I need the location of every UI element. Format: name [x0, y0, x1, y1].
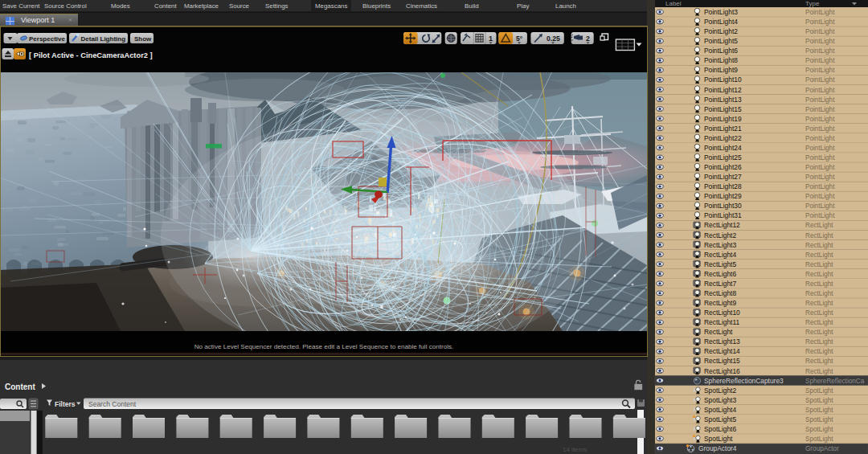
svg-text:SpotLight: SpotLight: [805, 397, 833, 404]
svg-text:GroupActor4: GroupActor4: [698, 444, 737, 452]
svg-text:PointLight6: PointLight6: [704, 47, 738, 55]
svg-text:PointLight31: PointLight31: [704, 211, 742, 219]
svg-text:PointLight: PointLight: [805, 116, 835, 123]
svg-text:Show: Show: [134, 35, 152, 43]
svg-text:PointLight: PointLight: [805, 57, 835, 64]
svg-text:RectLight10: RectLight10: [704, 309, 740, 317]
svg-text:5°: 5°: [516, 35, 523, 43]
svg-text:2: 2: [586, 35, 590, 43]
svg-text:RectLight: RectLight: [805, 271, 833, 278]
svg-text:PointLight8: PointLight8: [704, 56, 738, 64]
svg-text:PointLight: PointLight: [805, 212, 835, 219]
svg-text:PointLight: PointLight: [805, 106, 835, 113]
svg-text:PointLight: PointLight: [805, 87, 835, 94]
svg-text:RectLight16: RectLight16: [704, 367, 740, 375]
svg-text:PointLight22: PointLight22: [704, 134, 742, 142]
svg-text:PointLight24: PointLight24: [704, 144, 742, 152]
svg-text:RectLight: RectLight: [805, 348, 833, 355]
svg-text:PointLight: PointLight: [805, 202, 835, 210]
svg-text:RectLight: RectLight: [805, 252, 833, 259]
svg-text:RectLight: RectLight: [805, 232, 833, 239]
svg-text:PointLight: PointLight: [805, 67, 835, 74]
svg-text:RectLight14: RectLight14: [704, 347, 740, 355]
svg-text:RectLight3: RectLight3: [704, 241, 736, 249]
svg-text:SpotLight4: SpotLight4: [704, 406, 736, 414]
svg-text:PointLight: PointLight: [805, 193, 835, 200]
svg-text:PointLight4: PointLight4: [704, 18, 738, 26]
svg-text:RectLight: RectLight: [805, 329, 833, 336]
svg-text:PointLight: PointLight: [805, 154, 835, 162]
svg-text:[ Pilot Active - CineCameraAct: [ Pilot Active - CineCameraActor2 ]: [29, 51, 153, 59]
svg-text:RectLight12: RectLight12: [704, 221, 740, 229]
svg-text:PointLight: PointLight: [805, 28, 835, 35]
svg-text:RectLight: RectLight: [805, 222, 833, 229]
svg-text:RectLight: RectLight: [805, 338, 833, 346]
svg-text:SphereReflectionCapture3: SphereReflectionCapture3: [704, 377, 784, 385]
svg-text:RectLight: RectLight: [805, 358, 833, 365]
svg-text:RectLight: RectLight: [805, 300, 833, 307]
svg-text:RectLight: RectLight: [805, 280, 833, 288]
svg-text:RectLight7: RectLight7: [704, 280, 736, 288]
svg-text:PointLight26: PointLight26: [704, 163, 742, 171]
svg-text:RectLight11: RectLight11: [704, 318, 739, 326]
svg-text:Filters: Filters: [55, 400, 76, 408]
svg-text:0.25: 0.25: [547, 35, 560, 43]
svg-text:RectLight5: RectLight5: [704, 260, 736, 268]
svg-text:Search Content: Search Content: [88, 400, 137, 408]
svg-text:PointLight15: PointLight15: [704, 105, 742, 113]
svg-text:RectLight: RectLight: [805, 261, 833, 268]
svg-text:RectLight: RectLight: [805, 319, 833, 326]
svg-text:RectLight: RectLight: [805, 290, 833, 297]
svg-text:RectLight4: RectLight4: [704, 251, 736, 259]
svg-text:RectLight6: RectLight6: [704, 270, 736, 278]
svg-text:PointLight13: PointLight13: [704, 96, 742, 104]
svg-text:RectLight8: RectLight8: [704, 289, 736, 297]
svg-text:1: 1: [489, 35, 493, 43]
svg-text:SpotLight3: SpotLight3: [704, 396, 736, 404]
svg-text:SpotLight: SpotLight: [805, 407, 833, 414]
svg-text:SpotLight6: SpotLight6: [704, 425, 736, 433]
svg-text:PointLight: PointLight: [805, 18, 835, 26]
svg-text:PointLight3: PointLight3: [704, 8, 738, 16]
svg-text:14 items: 14 items: [563, 446, 587, 453]
svg-text:SpotLight: SpotLight: [805, 387, 833, 395]
svg-text:PointLight: PointLight: [805, 164, 835, 171]
svg-text:SpotLight: SpotLight: [704, 435, 733, 443]
svg-text:PointLight29: PointLight29: [704, 192, 742, 200]
svg-text:SpotLight5: SpotLight5: [704, 415, 736, 423]
svg-text:SpotLight: SpotLight: [805, 436, 833, 443]
svg-text:SpotLight: SpotLight: [805, 426, 833, 433]
svg-text:RectLight2: RectLight2: [704, 231, 736, 239]
svg-text:PointLight12: PointLight12: [704, 86, 742, 94]
svg-text:PointLight: PointLight: [805, 47, 835, 55]
svg-text:PointLight21: PointLight21: [704, 125, 742, 133]
svg-text:PointLight10: PointLight10: [704, 76, 742, 84]
svg-text:PointLight28: PointLight28: [704, 182, 742, 190]
svg-text:SpotLight2: SpotLight2: [704, 387, 736, 395]
svg-text:RectLight: RectLight: [805, 309, 833, 317]
svg-text:PointLight: PointLight: [805, 38, 835, 45]
svg-text:Perspective: Perspective: [29, 35, 65, 43]
svg-text:Type: Type: [805, 0, 820, 7]
svg-text:RectLight13: RectLight13: [704, 337, 740, 346]
svg-text:PointLight: PointLight: [805, 135, 835, 142]
svg-text:PointLight: PointLight: [805, 183, 835, 190]
svg-text:RectLight15: RectLight15: [704, 357, 740, 365]
svg-text:PointLight30: PointLight30: [704, 202, 742, 210]
svg-text:RectLight: RectLight: [805, 368, 833, 375]
svg-text:PointLight: PointLight: [805, 145, 835, 152]
svg-text:RectLight: RectLight: [704, 328, 733, 336]
svg-text:SpotLight: SpotLight: [805, 416, 833, 423]
svg-text:PointLight: PointLight: [805, 76, 835, 84]
svg-text:PointLight25: PointLight25: [704, 153, 742, 162]
svg-text:Content: Content: [5, 382, 35, 391]
svg-text:PointLight5: PointLight5: [704, 37, 738, 45]
svg-text:Label: Label: [665, 0, 682, 7]
svg-text:PointLight: PointLight: [805, 9, 835, 16]
svg-text:PointLight19: PointLight19: [704, 115, 742, 123]
svg-text:PointLight: PointLight: [805, 174, 835, 181]
svg-text:PointLight27: PointLight27: [704, 173, 742, 181]
svg-text:SphereReflectionCa: SphereReflectionCa: [805, 378, 865, 385]
svg-text:GroupActor: GroupActor: [805, 445, 839, 452]
svg-text:RectLight9: RectLight9: [704, 299, 736, 307]
